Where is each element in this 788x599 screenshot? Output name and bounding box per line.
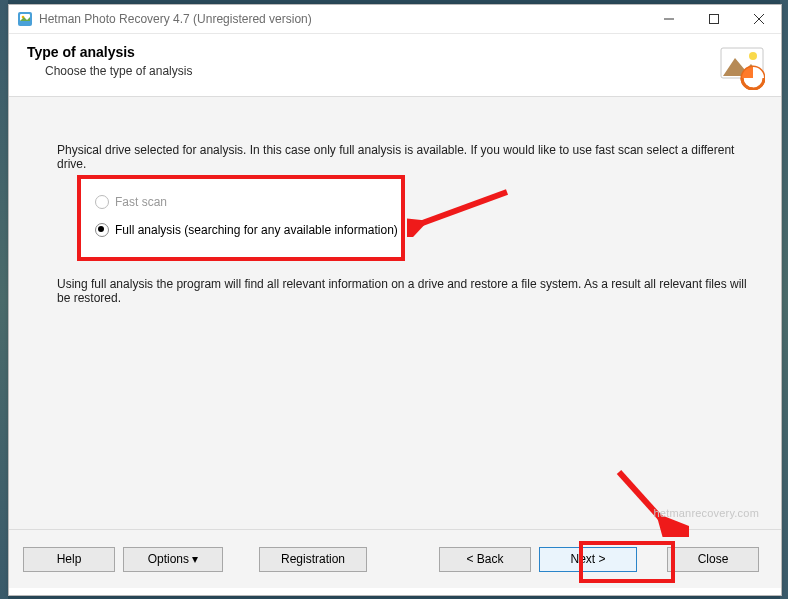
- radio-label: Full analysis (searching for any availab…: [115, 223, 398, 237]
- radio-icon: [95, 195, 109, 209]
- header-icon: [719, 44, 765, 90]
- svg-line-11: [417, 192, 507, 225]
- close-window-button[interactable]: [736, 5, 781, 33]
- close-button[interactable]: Close: [667, 547, 759, 572]
- window-title: Hetman Photo Recovery 4.7 (Unregistered …: [39, 12, 646, 26]
- radio-full-analysis[interactable]: Full analysis (searching for any availab…: [95, 223, 398, 237]
- titlebar[interactable]: Hetman Photo Recovery 4.7 (Unregistered …: [9, 5, 781, 34]
- options-button[interactable]: Options ▾: [123, 547, 223, 572]
- wizard-body: Physical drive selected for analysis. In…: [9, 97, 781, 530]
- wizard-header: Type of analysis Choose the type of anal…: [9, 34, 781, 97]
- info-text-bottom: Using full analysis the program will fin…: [57, 277, 761, 305]
- radio-fast-scan: Fast scan: [95, 195, 167, 209]
- svg-point-9: [749, 52, 757, 60]
- help-button[interactable]: Help: [23, 547, 115, 572]
- desktop-bg-left: [0, 0, 8, 599]
- next-button[interactable]: Next >: [539, 547, 637, 572]
- back-button[interactable]: < Back: [439, 547, 531, 572]
- page-title: Type of analysis: [27, 44, 763, 60]
- page-subtitle: Choose the type of analysis: [45, 64, 763, 78]
- radio-icon: [95, 223, 109, 237]
- info-text-top: Physical drive selected for analysis. In…: [57, 143, 761, 171]
- annotation-highlight-box: [77, 175, 405, 261]
- maximize-button[interactable]: [691, 5, 736, 33]
- watermark: hetmanrecovery.com: [654, 507, 760, 519]
- registration-button[interactable]: Registration: [259, 547, 367, 572]
- svg-rect-4: [709, 15, 718, 24]
- minimize-button[interactable]: [646, 5, 691, 33]
- radio-label: Fast scan: [115, 195, 167, 209]
- app-window: Hetman Photo Recovery 4.7 (Unregistered …: [8, 4, 782, 596]
- app-icon: [17, 11, 33, 27]
- wizard-footer: Help Options ▾ Registration < Back Next …: [9, 530, 781, 588]
